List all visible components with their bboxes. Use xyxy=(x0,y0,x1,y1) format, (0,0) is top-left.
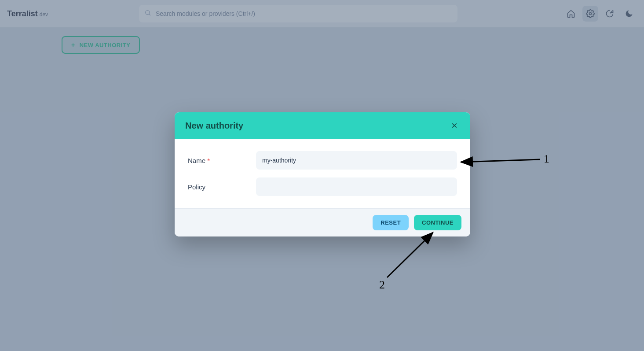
name-label: Name * xyxy=(188,157,256,164)
name-field[interactable] xyxy=(256,151,457,170)
modal-footer: RESET CONTINUE xyxy=(175,208,470,236)
modal-title: New authority xyxy=(185,121,243,131)
new-authority-modal: New authority Name * Policy RESET CONTIN… xyxy=(175,112,470,236)
form-row-policy: Policy xyxy=(188,177,457,196)
continue-button[interactable]: CONTINUE xyxy=(414,215,461,230)
policy-field[interactable] xyxy=(256,177,457,196)
form-row-name: Name * xyxy=(188,151,457,170)
required-indicator: * xyxy=(207,157,210,164)
reset-button[interactable]: RESET xyxy=(373,215,409,230)
close-icon[interactable] xyxy=(449,120,460,131)
modal-header: New authority xyxy=(175,112,470,139)
policy-label: Policy xyxy=(188,183,256,191)
modal-body: Name * Policy xyxy=(175,139,470,208)
